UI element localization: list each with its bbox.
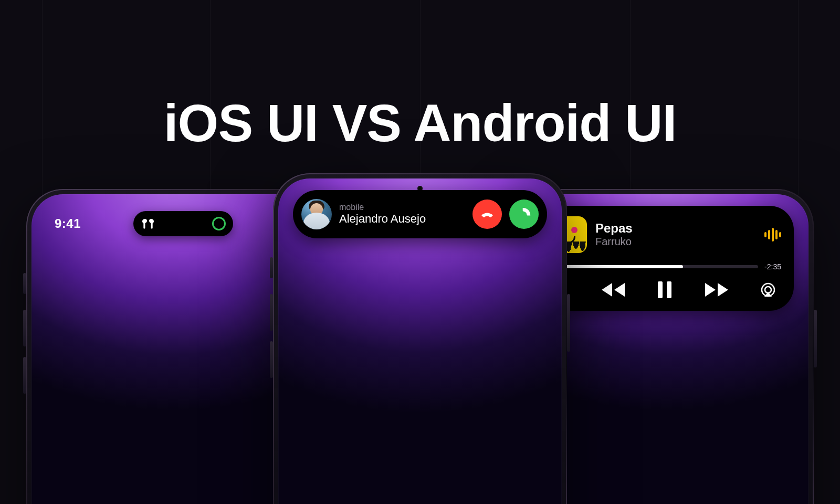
remaining-time: -2:35 <box>764 262 781 271</box>
pause-button[interactable] <box>656 280 674 299</box>
svg-rect-0 <box>658 281 663 298</box>
caller-avatar <box>301 199 332 229</box>
track-meta: Pepas Farruko <box>595 222 756 248</box>
forward-button[interactable] <box>703 281 730 299</box>
audio-wave-icon <box>764 227 781 243</box>
phone-stage: 9:41 <box>0 0 840 504</box>
playback-progress[interactable]: 0 -2:35 <box>550 262 781 271</box>
phone-center-screen: mobile Alejandro Ausejo <box>278 178 562 504</box>
progress-track[interactable] <box>561 265 758 268</box>
airpods-icon <box>141 217 155 230</box>
song-title: Pepas <box>595 222 756 235</box>
artist-name: Farruko <box>595 235 756 248</box>
playback-controls <box>550 280 781 299</box>
svg-rect-1 <box>667 281 671 298</box>
caller-info: mobile Alejandro Ausejo <box>339 203 465 226</box>
phone-center: mobile Alejandro Ausejo <box>273 173 567 504</box>
dynamic-island-music[interactable]: Pepas Farruko 0 -2:35 <box>540 206 794 311</box>
call-line-type: mobile <box>339 203 465 212</box>
progress-fill <box>561 265 683 268</box>
decline-call-button[interactable] <box>472 200 502 229</box>
rewind-button[interactable] <box>600 281 627 299</box>
status-time: 9:41 <box>49 216 86 231</box>
dynamic-island-call[interactable]: mobile Alejandro Ausejo <box>293 190 547 238</box>
activity-ring-icon <box>212 217 226 230</box>
accept-call-button[interactable] <box>509 200 539 229</box>
airplay-icon[interactable] <box>759 281 777 299</box>
caller-name: Alejandro Ausejo <box>339 212 465 226</box>
dynamic-island-compact[interactable] <box>133 211 233 236</box>
status-bar: 9:41 <box>49 208 297 239</box>
